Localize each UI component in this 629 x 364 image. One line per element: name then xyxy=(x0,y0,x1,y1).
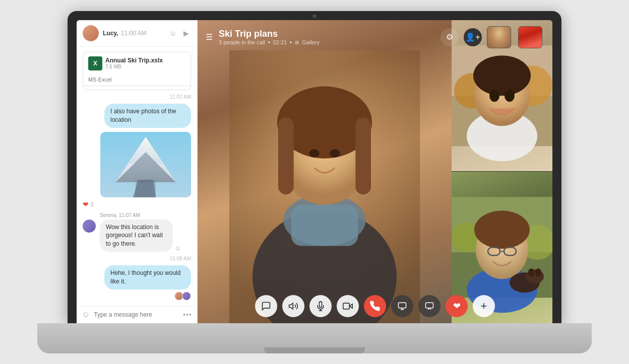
svg-point-31 xyxy=(474,210,530,249)
call-controls-bottom: ❤ + xyxy=(198,295,552,317)
file-attachment: X Annual Ski Trip.xslx 7,6 MB MS Excel D… xyxy=(83,52,191,90)
screen-inner: Lucy, 11:00 AM ☺ ▶ xyxy=(77,20,552,323)
call-title: Ski Trip plans xyxy=(219,29,434,39)
message-row-1: I also have photos of the location xyxy=(83,104,191,128)
chat-panel: Lucy, 11:00 AM ☺ ▶ xyxy=(77,20,198,323)
main-video-person xyxy=(198,20,452,323)
laptop-base xyxy=(37,323,592,353)
timestamp-1: 11:07 AM xyxy=(83,94,191,100)
svg-point-14 xyxy=(309,149,319,157)
gallery-icon: ⊞ xyxy=(295,40,299,45)
camera-notch xyxy=(312,14,317,18)
heart-reaction: ❤ xyxy=(83,200,89,208)
serena-bubble-row: Wow this location is gorgeous! I can't w… xyxy=(100,220,191,252)
add-person-button[interactable]: 👤+ xyxy=(464,28,482,46)
more-controls-button[interactable] xyxy=(418,295,441,317)
message-bubble-1: I also have photos of the location xyxy=(104,104,191,128)
svg-point-38 xyxy=(528,268,534,276)
call-subtitle: 3 people in the call 02:21 ⊞ Gallery xyxy=(219,39,434,45)
file-details: Annual Ski Trip.xslx 7,6 MB xyxy=(105,57,185,69)
serena-content: Serena, 11:07 AM Wow this location is go… xyxy=(100,212,191,252)
chat-user-name: Lucy, 11:00 AM xyxy=(103,30,164,37)
file-size: 7,6 MB xyxy=(105,64,185,69)
chat-input-area: ☺ ••• xyxy=(77,306,197,323)
last-message-area: Hehe, I thought you would like it. xyxy=(83,265,191,301)
reaction-row: ❤ 1 xyxy=(83,200,191,208)
serena-message-row: Serena, 11:07 AM Wow this location is go… xyxy=(83,212,191,252)
app-container: Lucy, 11:00 AM ☺ ▶ xyxy=(77,20,552,323)
serena-avatar xyxy=(83,220,96,233)
menu-icon[interactable]: ☰ xyxy=(206,32,213,42)
screen-share-button[interactable] xyxy=(391,295,413,317)
seen-avatar-2 xyxy=(182,292,191,301)
pip-header-2 xyxy=(518,26,544,48)
svg-marker-39 xyxy=(289,303,293,309)
call-header: ☰ Ski Trip plans 3 people in the call 02… xyxy=(198,20,552,54)
timestamp-2: 11:08 AM xyxy=(83,256,191,261)
settings-button[interactable]: ⚙ xyxy=(441,28,459,46)
emoji-icon[interactable]: ☺ xyxy=(175,245,181,252)
svg-point-22 xyxy=(473,55,531,96)
image-message-row xyxy=(83,132,191,197)
video-camera-button[interactable] xyxy=(337,295,359,317)
chat-user-info: Lucy, 11:00 AM xyxy=(103,30,164,37)
side-videos xyxy=(452,20,552,323)
file-top: X Annual Ski Trip.xslx 7,6 MB xyxy=(83,52,191,75)
separator-dot-2 xyxy=(290,41,292,43)
download-button[interactable]: Download xyxy=(83,86,191,90)
svg-rect-9 xyxy=(291,204,358,246)
svg-rect-12 xyxy=(278,117,294,194)
call-controls-top: ⚙ 👤+ xyxy=(441,26,544,48)
svg-rect-13 xyxy=(355,117,371,194)
svg-point-24 xyxy=(505,90,515,102)
speaker-button[interactable] xyxy=(282,295,304,317)
heart-button[interactable]: ❤ xyxy=(446,295,468,317)
avatar xyxy=(83,25,99,41)
svg-point-15 xyxy=(330,149,340,157)
svg-rect-43 xyxy=(343,303,350,309)
svg-point-37 xyxy=(535,268,541,276)
laptop-screen-bezel: Lucy, 11:00 AM ☺ ▶ xyxy=(68,11,561,323)
serena-name-time: Serena, 11:07 AM xyxy=(100,212,191,218)
excel-icon: X xyxy=(88,56,102,70)
location-image xyxy=(100,132,191,197)
serena-message-bubble: Wow this location is gorgeous! I can't w… xyxy=(100,220,173,252)
smiley-icon[interactable]: ☺ xyxy=(168,28,178,38)
pip-header-1 xyxy=(487,26,513,48)
add-button[interactable]: + xyxy=(473,295,495,317)
participant-thumb-1 xyxy=(487,26,511,48)
video-panel: ☰ Ski Trip plans 3 people in the call 02… xyxy=(198,20,552,323)
more-options-button[interactable]: ••• xyxy=(183,311,192,319)
chat-messages: X Annual Ski Trip.xslx 7,6 MB MS Excel D… xyxy=(77,47,197,306)
end-call-button[interactable] xyxy=(364,295,386,317)
seen-avatars xyxy=(174,292,191,301)
svg-marker-42 xyxy=(349,304,352,308)
svg-rect-47 xyxy=(426,303,433,308)
call-title-area: Ski Trip plans 3 people in the call 02:2… xyxy=(219,29,434,45)
chat-toggle-button[interactable] xyxy=(255,295,277,317)
file-app-label: MS Excel xyxy=(83,75,191,86)
message-input[interactable] xyxy=(94,311,179,318)
file-name: Annual Ski Trip.xslx xyxy=(105,57,185,64)
participant-thumb-2 xyxy=(518,26,542,48)
reaction-count: 1 xyxy=(91,201,94,207)
laptop-wrapper: Lucy, 11:00 AM ☺ ▶ xyxy=(37,11,592,353)
chat-header: Lucy, 11:00 AM ☺ ▶ xyxy=(77,20,197,47)
send-icon[interactable]: ▶ xyxy=(181,28,191,38)
add-person-icon: 👤+ xyxy=(465,32,480,42)
svg-point-23 xyxy=(489,90,499,102)
avatar-image xyxy=(83,25,99,41)
chat-header-icons: ☺ ▶ xyxy=(168,28,191,38)
emoji-picker-button[interactable]: ☺ xyxy=(82,310,90,319)
separator-dot xyxy=(268,41,270,43)
video-main xyxy=(198,20,552,323)
svg-rect-44 xyxy=(399,303,406,308)
message-bubble-3: Hehe, I thought you would like it. xyxy=(104,265,191,289)
microphone-button[interactable] xyxy=(309,295,332,317)
main-video xyxy=(198,20,452,323)
